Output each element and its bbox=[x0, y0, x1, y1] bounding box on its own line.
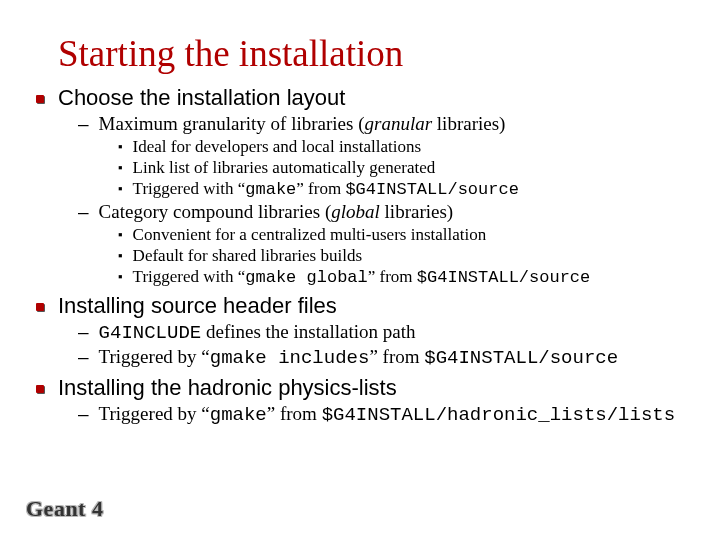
sub-sub-list: Ideal for developers and local installat… bbox=[118, 137, 690, 199]
bullet-text: Triggered by “gmake includes” from $G4IN… bbox=[99, 346, 619, 369]
bullet-level3: Triggered with “gmake global” from $G4IN… bbox=[118, 267, 690, 287]
bullet-text: Maximum granularity of libraries (granul… bbox=[99, 113, 506, 135]
bullet-level3: Triggered with “gmake” from $G4INSTALL/s… bbox=[118, 179, 690, 199]
bullet-level1: Installing source header files bbox=[30, 293, 690, 319]
slide: Starting the installation Choose the ins… bbox=[0, 0, 720, 540]
bullet-text: Link list of libraries automatically gen… bbox=[133, 158, 436, 178]
bullet-level2: Category compound libraries (global libr… bbox=[78, 201, 690, 223]
sub-sub-list: Convenient for a centralized multi-users… bbox=[118, 225, 690, 287]
bullet-text: Ideal for developers and local installat… bbox=[133, 137, 421, 157]
bullet-level2: Triggered by “gmake includes” from $G4IN… bbox=[78, 346, 690, 369]
bullet-text: Installing the hadronic physics-lists bbox=[58, 375, 397, 401]
sub-list: Maximum granularity of libraries (granul… bbox=[78, 113, 690, 287]
bullet-level1: Choose the installation layout bbox=[30, 85, 690, 111]
bullet-text: Installing source header files bbox=[58, 293, 337, 319]
bullet-text: Choose the installation layout bbox=[58, 85, 345, 111]
bullet-text: Triggered with “gmake” from $G4INSTALL/s… bbox=[133, 179, 519, 199]
bullet-level3: Ideal for developers and local installat… bbox=[118, 137, 690, 157]
bullet-level2: Maximum granularity of libraries (granul… bbox=[78, 113, 690, 135]
bullet-level3: Link list of libraries automatically gen… bbox=[118, 158, 690, 178]
bullet-level3: Convenient for a centralized multi-users… bbox=[118, 225, 690, 245]
sub-list: Triggered by “gmake” from $G4INSTALL/had… bbox=[78, 403, 690, 426]
bullet-text: Triggered by “gmake” from $G4INSTALL/had… bbox=[99, 403, 676, 426]
bullet-level2: G4INCLUDE defines the installation path bbox=[78, 321, 690, 344]
bullet-icon bbox=[36, 303, 46, 313]
bullet-text: Default for shared libraries builds bbox=[133, 246, 362, 266]
bullet-text: Triggered with “gmake global” from $G4IN… bbox=[133, 267, 591, 287]
sub-list: G4INCLUDE defines the installation pathT… bbox=[78, 321, 690, 369]
bullet-text: Category compound libraries (global libr… bbox=[99, 201, 454, 223]
content-list: Choose the installation layoutMaximum gr… bbox=[30, 85, 690, 426]
bullet-text: G4INCLUDE defines the installation path bbox=[99, 321, 416, 344]
bullet-icon bbox=[36, 385, 46, 395]
bullet-icon bbox=[36, 95, 46, 105]
slide-title: Starting the installation bbox=[58, 32, 690, 75]
bullet-level2: Triggered by “gmake” from $G4INSTALL/had… bbox=[78, 403, 690, 426]
bullet-text: Convenient for a centralized multi-users… bbox=[133, 225, 487, 245]
bullet-level1: Installing the hadronic physics-lists bbox=[30, 375, 690, 401]
bullet-level3: Default for shared libraries builds bbox=[118, 246, 690, 266]
footer-logo: Geant 4 bbox=[26, 496, 103, 522]
